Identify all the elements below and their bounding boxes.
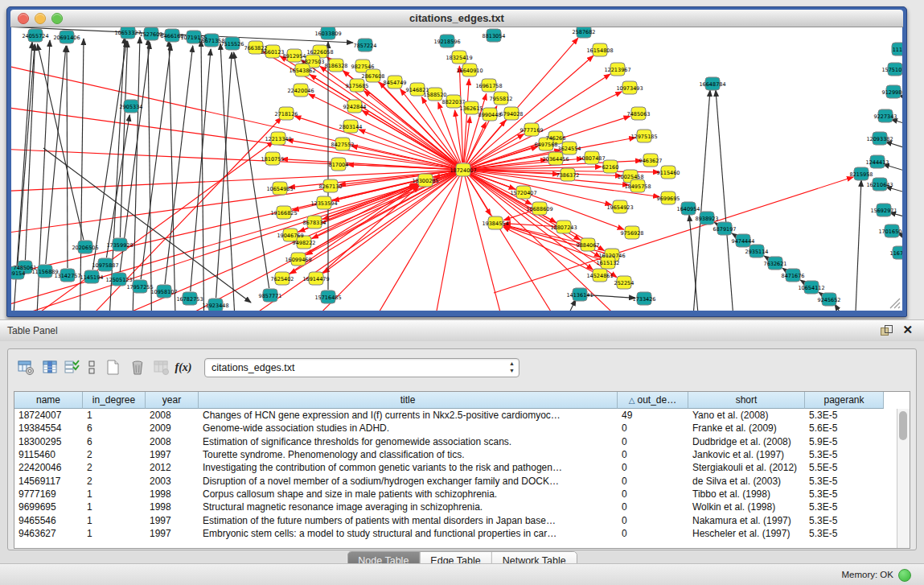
graph-edge[interactable] (883, 164, 902, 180)
graph-node-label: 8471676 (782, 273, 805, 279)
graph-node-label: 10654112 (798, 285, 824, 291)
table-row[interactable]: 1938455462009Genome-wide association stu… (14, 422, 910, 435)
delete-column-button[interactable] (125, 357, 150, 378)
cell-out-de-: 0 (618, 501, 688, 513)
graph-node-label: 7515526 (221, 41, 244, 47)
create-column-button[interactable] (101, 357, 125, 378)
close-panel-icon[interactable]: ✕ (902, 323, 913, 337)
graph-edge[interactable] (80, 39, 84, 311)
graph-edge[interactable] (323, 174, 458, 273)
cell-year: 1998 (146, 488, 199, 501)
table-chooser-select[interactable]: citations_edges.txt ▲▼ (204, 358, 519, 377)
graph-node-label: 7857224 (354, 43, 377, 49)
graph-edge[interactable] (38, 44, 84, 241)
graph-edge[interactable] (169, 40, 176, 311)
cell-name: 19384554 (14, 422, 83, 435)
show-columns-button[interactable] (39, 357, 63, 378)
graph-node-label: 9242844 (343, 104, 367, 110)
table-row[interactable]: 1872400712008Changes of HCN gene express… (14, 409, 910, 422)
graph-node-label: 18724007 (450, 167, 476, 174)
graph-node-label: 12353594 (310, 200, 337, 207)
cell-out-de-: 0 (618, 435, 688, 448)
graph-edge[interactable] (891, 119, 902, 134)
graph-edge[interactable] (716, 90, 736, 311)
graph-node-label: 8678334 (303, 220, 326, 226)
table-row[interactable]: 2242004622012Investigating the contribut… (14, 461, 910, 474)
function-builder-button[interactable]: f(x) (174, 357, 193, 378)
column-header-year[interactable]: year (146, 392, 199, 409)
graph-node-label: 9827503 (302, 59, 325, 65)
graph-edge[interactable] (835, 304, 864, 311)
graph-node-label: 8822037 (442, 99, 466, 105)
window-zoom-button[interactable] (51, 13, 63, 24)
cell-year: 2012 (146, 461, 199, 474)
resize-grip-icon[interactable] (889, 297, 901, 310)
table-row[interactable]: 1830029562008Estimation of significance … (14, 435, 910, 448)
window-close-button[interactable] (18, 13, 29, 24)
column-header-short[interactable]: short (688, 392, 805, 409)
table-row[interactable]: 911546021997Tourette syndrome. Phenomeno… (14, 448, 910, 461)
graph-node-label: 16033809 (314, 31, 341, 37)
graph-edge[interactable] (885, 187, 902, 201)
table-row[interactable]: 946362711997Embryonic stem cells: a mode… (14, 527, 910, 540)
graph-edge[interactable] (67, 46, 68, 268)
graph-edge[interactable] (201, 40, 204, 311)
table-row[interactable]: 1456911722003Disruption of a novel membe… (14, 474, 910, 487)
table-row[interactable]: 969969511998Structural magnetic resonanc… (14, 501, 910, 513)
graph-node-label: 10958107 (150, 289, 177, 295)
network-canvas[interactable]: 1872400786601238912954162260589827503165… (11, 27, 902, 311)
graph-edge[interactable] (691, 90, 710, 311)
cell-title: Corpus callosum shape and size in male p… (199, 488, 618, 501)
row-height-button[interactable] (82, 357, 101, 378)
column-header-in-degree[interactable]: in_degree (83, 392, 146, 409)
graph-edge[interactable] (854, 180, 861, 311)
graph-edge[interactable] (234, 52, 269, 288)
vertical-scrollbar[interactable] (897, 409, 910, 548)
graph-edge[interactable] (503, 227, 593, 272)
graph-edge[interactable] (889, 212, 902, 225)
network-window-titlebar[interactable]: citations_edges.txt (10, 10, 903, 27)
row-select-button[interactable] (63, 357, 82, 378)
sort-ascending-icon: △ (629, 396, 635, 405)
graph-node-label: 24055724 (22, 33, 48, 39)
graph-node-label: 9115460 (657, 170, 680, 176)
graph-node-label: 9245652 (818, 297, 841, 303)
graph-edge[interactable] (885, 142, 902, 158)
cell-short: Tibbo et al. (1998) (688, 488, 805, 501)
graph-node-label: 1588520 (424, 92, 447, 98)
cell-pagerank: 5.3E-5 (805, 474, 884, 487)
cell-out-de-: 49 (618, 409, 688, 422)
graph-edge[interactable] (587, 295, 635, 299)
cell-out-de-: 0 (618, 461, 688, 474)
graph-node-label: 16543862 (289, 68, 315, 74)
graph-node-label: 15720407 (510, 190, 536, 196)
window-minimize-button[interactable] (35, 13, 46, 24)
graph-edge[interactable] (11, 170, 463, 281)
network-graph[interactable]: 1872400786601238912954162260589827503165… (11, 27, 902, 311)
float-panel-icon[interactable] (881, 325, 892, 336)
column-header-out-de-[interactable]: △out_de… (618, 392, 688, 409)
column-header-pagerank[interactable]: pagerank (805, 392, 884, 409)
graph-edge[interactable] (46, 46, 66, 264)
graph-edge[interactable] (11, 170, 463, 237)
table-row[interactable]: 946554611997Estimation of the future num… (14, 513, 910, 526)
graph-edge[interactable] (216, 52, 232, 298)
scrollbar-thumb[interactable] (899, 411, 907, 440)
table-settings-button[interactable] (14, 357, 39, 378)
delete-table-button[interactable] (150, 357, 174, 378)
graph-edge[interactable] (552, 299, 576, 311)
cell-name: 9699695 (14, 501, 83, 513)
graph-edge[interactable] (11, 170, 463, 192)
graph-edge[interactable] (148, 39, 152, 311)
graph-node-label: 39154 (11, 270, 25, 277)
column-header-name[interactable]: name (14, 392, 83, 409)
graph-edge[interactable] (464, 79, 470, 163)
graph-node-label: 17957255 (126, 284, 153, 290)
graph-node-label: 16782753 (176, 296, 203, 303)
column-header-title[interactable]: title (199, 392, 618, 409)
cell-title: Changes of HCN gene expression and I(f) … (199, 409, 618, 422)
graph-edge[interactable] (294, 116, 456, 167)
graph-edge[interactable] (191, 49, 211, 291)
graph-edge[interactable] (463, 170, 510, 311)
table-row[interactable]: 977716911998Corpus callosum shape and si… (14, 488, 910, 501)
